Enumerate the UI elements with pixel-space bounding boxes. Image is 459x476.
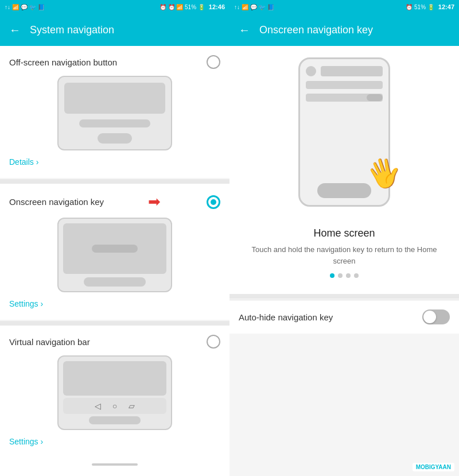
off-screen-nav-bar (79, 119, 150, 127)
off-screen-screen (64, 83, 165, 114)
onscreen-bottom-bar (84, 277, 146, 287)
off-screen-header: Off-screen navigation button (9, 55, 220, 69)
illus-rect-wide (321, 66, 383, 76)
signal-icon: ↑↓ (5, 4, 10, 10)
onscreen-option[interactable]: Onscreen navigation key ➡ Settings › (0, 184, 230, 320)
illus-circle (306, 66, 316, 76)
right-footer: MOBIGYAAN (230, 334, 459, 476)
onscreen-title: Onscreen navigation key (9, 197, 104, 207)
illus-row-2 (306, 94, 383, 102)
right-back-button[interactable]: ← (239, 24, 250, 37)
illus-bottom-pill (317, 183, 371, 198)
left-title: System navigation (30, 24, 114, 36)
off-screen-details-link[interactable]: Details › (9, 155, 220, 169)
left-bottom-nav (0, 453, 230, 476)
onscreen-radio[interactable] (207, 195, 220, 209)
right-signal-icon: ↑↓ (234, 4, 240, 10)
illus-mini-toggle (367, 94, 383, 101)
phone-illustration-container: 🖐 (298, 57, 390, 207)
toggle-knob (423, 311, 436, 323)
off-screen-mockup (57, 76, 172, 150)
left-panel: ↑↓ 📶 💬 🐦 📘 ⏰ ⏰ 📶 51% 🔋 12:46 ← System na… (0, 0, 230, 476)
off-screen-title: Off-screen navigation button (9, 57, 117, 67)
left-content: Off-screen navigation button Details › O… (0, 46, 230, 453)
wifi-icon: 📶 (12, 4, 19, 10)
onscreen-screen (63, 223, 166, 274)
off-screen-radio[interactable] (207, 55, 220, 69)
right-divider (230, 294, 459, 299)
virtual-radio[interactable] (207, 335, 220, 349)
dot-3 (346, 273, 351, 278)
off-screen-home-btn (98, 133, 132, 144)
right-title: Onscreen navigation key (259, 24, 373, 36)
info-section: Home screen Touch and hold the navigatio… (230, 218, 459, 294)
right-status-right: ⏰ 51% 🔋 12:47 (406, 3, 454, 10)
right-time: 12:47 (438, 3, 454, 10)
chevron-right-icon-2: › (41, 299, 44, 308)
virtual-mockup: ◁ ○ ▱ (57, 355, 172, 430)
back-nav-icon: ◁ (95, 401, 101, 411)
right-alarm-icon: ⏰ (406, 4, 413, 10)
left-status-icons: ↑↓ 📶 💬 🐦 📘 (5, 4, 45, 10)
chevron-right-icon-3: › (41, 437, 44, 446)
dot-4 (354, 273, 359, 278)
home-screen-title: Home screen (241, 227, 448, 239)
left-top-bar: ← System navigation (0, 14, 230, 46)
onscreen-pill (92, 245, 138, 253)
virtual-title: Virtual navigation bar (9, 337, 90, 347)
virtual-bottom-bar (89, 416, 141, 424)
left-bottom-pill (92, 463, 138, 466)
alarm-icon: ⏰ (160, 4, 166, 10)
left-back-button[interactable]: ← (9, 24, 21, 37)
right-panel: ↑↓ 📶 💬 🐦 📘 ⏰ 51% 🔋 12:47 ← Onscreen navi… (230, 0, 459, 476)
notification-icons: 💬 🐦 📘 (21, 4, 45, 10)
right-notification-icons: 💬 🐦 📘 (250, 4, 274, 10)
left-status-right: ⏰ ⏰ 📶 51% 🔋 12:46 (160, 3, 225, 10)
onscreen-radio-inner (211, 199, 216, 205)
onscreen-settings-link[interactable]: Settings › (9, 297, 220, 311)
right-status-bar: ↑↓ 📶 💬 🐦 📘 ⏰ 51% 🔋 12:47 (230, 0, 459, 14)
home-screen-desc: Touch and hold the navigation key to ret… (241, 244, 448, 266)
virtual-option[interactable]: Virtual navigation bar ◁ ○ ▱ Settings › (0, 326, 230, 453)
left-time: 12:46 (209, 3, 225, 10)
left-status-bar: ↑↓ 📶 💬 🐦 📘 ⏰ ⏰ 📶 51% 🔋 12:46 (0, 0, 230, 14)
divider-2 (0, 321, 230, 326)
onscreen-header: Onscreen navigation key ➡ (9, 193, 220, 211)
virtual-nav-bar: ◁ ○ ▱ (63, 398, 166, 414)
watermark: MOBIGYAAN (413, 463, 454, 471)
right-wifi-icon: 📶 (242, 4, 248, 10)
auto-hide-label: Auto-hide navigation key (239, 312, 333, 322)
battery-label: ⏰ 📶 51% 🔋 (168, 4, 205, 10)
auto-hide-toggle[interactable] (422, 309, 450, 324)
illustration-area: 🖐 (230, 46, 459, 218)
right-battery-label: 51% 🔋 (414, 4, 434, 10)
onscreen-mockup (57, 218, 172, 292)
red-arrow-icon: ➡ (148, 193, 161, 211)
right-status-icons: ↑↓ 📶 💬 🐦 📘 (234, 4, 274, 10)
home-nav-icon: ○ (112, 401, 117, 411)
right-top-bar: ← Onscreen navigation key (230, 14, 459, 46)
dots-indicator (241, 273, 448, 278)
virtual-settings-link[interactable]: Settings › (9, 435, 220, 448)
chevron-right-icon: › (36, 157, 39, 167)
auto-hide-section: Auto-hide navigation key (230, 300, 459, 334)
dot-1 (330, 273, 334, 278)
illus-content-rect (306, 81, 383, 89)
dot-2 (338, 273, 343, 278)
recents-nav-icon: ▱ (129, 401, 135, 411)
off-screen-option[interactable]: Off-screen navigation button Details › (0, 46, 230, 178)
divider-1 (0, 179, 230, 184)
illus-top-row (306, 66, 383, 76)
virtual-screen (63, 361, 166, 396)
virtual-header: Virtual navigation bar (9, 335, 220, 349)
